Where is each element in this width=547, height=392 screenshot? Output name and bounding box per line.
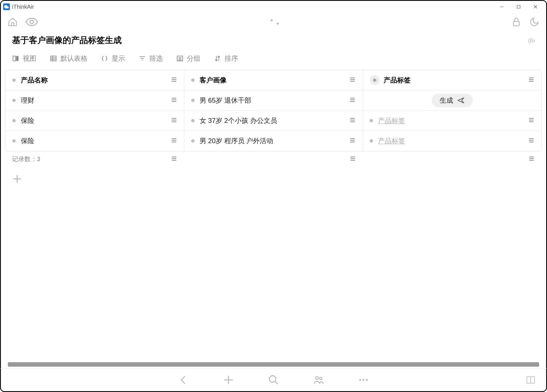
column-menu-icon[interactable] — [171, 76, 177, 84]
table-footer: 记录数：3 — [1, 151, 546, 167]
svg-rect-1 — [517, 5, 520, 8]
bullet-icon — [12, 119, 16, 122]
cell-product[interactable]: 保险 — [6, 131, 184, 151]
add-icon[interactable] — [223, 374, 234, 387]
page-header: 基于客户画像的产品标签生成 ifo — [1, 32, 546, 51]
cell-text: 保险 — [21, 136, 34, 145]
table-row[interactable]: 保险 男 20岁 程序员 户外活动 产品标签 — [6, 131, 541, 151]
cell-placeholder: 产品标签 — [378, 136, 405, 145]
svg-point-69 — [269, 376, 276, 382]
app-toolbar — [1, 13, 546, 32]
display-label: 显示 — [112, 54, 125, 63]
cell-placeholder: 产品标签 — [378, 116, 405, 125]
eye-icon[interactable] — [26, 17, 38, 28]
ai-icon — [370, 75, 380, 85]
cell-text: 男 20岁 程序员 户外活动 — [200, 136, 274, 145]
svg-rect-6 — [13, 56, 15, 61]
column-menu-icon[interactable] — [349, 76, 356, 84]
cell-menu-icon[interactable] — [528, 117, 535, 125]
cell-tag[interactable]: 产品标签 — [363, 131, 541, 151]
cell-profile[interactable]: 男 65岁 退休干部 — [184, 90, 363, 110]
svg-rect-7 — [16, 56, 19, 61]
column-header-tag[interactable]: 产品标签 — [363, 70, 541, 90]
bullet-icon — [191, 139, 195, 143]
cell-menu-icon[interactable] — [349, 96, 356, 104]
cell-menu-icon[interactable] — [171, 117, 177, 125]
display-button[interactable]: 显示 — [101, 54, 125, 63]
cell-menu-icon[interactable] — [171, 137, 177, 145]
page-title: 基于客户画像的产品标签生成 — [12, 35, 122, 46]
swap-icon[interactable] — [270, 18, 280, 27]
footer-menu-icon[interactable] — [528, 155, 535, 163]
footer-menu-icon[interactable] — [349, 155, 356, 163]
cell-text: 理财 — [21, 96, 34, 105]
home-icon[interactable] — [8, 17, 18, 28]
column-header-text: 产品标签 — [384, 76, 411, 85]
table-row[interactable]: 理财 男 65岁 退休干部 生成 — [6, 90, 541, 111]
group-button[interactable]: 分组 — [176, 54, 200, 63]
horizontal-scrollbar[interactable] — [8, 362, 539, 367]
moon-icon[interactable] — [529, 17, 539, 28]
more-icon[interactable] — [358, 374, 369, 387]
group-label: 分组 — [187, 54, 200, 63]
column-header-profile[interactable]: 客户画像 — [184, 70, 363, 90]
app-title: iThinkAir — [12, 4, 34, 10]
minimize-button[interactable] — [493, 1, 510, 13]
generate-button-text: 生成 — [440, 96, 453, 105]
cell-tag[interactable]: 生成 — [363, 90, 541, 110]
svg-rect-5 — [514, 22, 519, 26]
close-button[interactable] — [527, 1, 544, 13]
generate-button[interactable]: 生成 — [432, 94, 473, 107]
view-toolbar: 视图 默认表格 显示 筛选 分组 排序 — [1, 51, 546, 70]
cell-menu-icon[interactable] — [349, 117, 356, 125]
sort-button[interactable]: 排序 — [214, 54, 238, 63]
cell-tag[interactable]: 产品标签 — [363, 111, 541, 130]
table-header-row: 产品名称 客户画像 产品标签 — [6, 70, 541, 90]
maximize-button[interactable] — [510, 1, 527, 13]
bottom-toolbar — [0, 368, 547, 392]
bullet-icon — [12, 78, 16, 82]
titlebar: iThinkAir — [1, 1, 546, 13]
cell-product[interactable]: 理财 — [6, 90, 184, 110]
filter-label: 筛选 — [149, 54, 163, 63]
column-header-product[interactable]: 产品名称 — [6, 70, 184, 90]
default-table-button[interactable]: 默认表格 — [50, 54, 87, 63]
cell-profile[interactable]: 男 20岁 程序员 户外活动 — [184, 131, 363, 151]
lock-icon[interactable] — [511, 17, 521, 28]
people-icon[interactable] — [313, 374, 324, 387]
cell-text: 保险 — [21, 116, 34, 125]
svg-line-70 — [275, 381, 278, 384]
filter-button[interactable]: 筛选 — [139, 54, 163, 63]
bullet-icon — [191, 99, 195, 102]
cell-product[interactable]: 保险 — [6, 111, 184, 130]
column-menu-icon[interactable] — [528, 76, 535, 84]
table-row[interactable]: 保险 女 37岁 2个小孩 办公文员 产品标签 — [6, 111, 541, 131]
cell-menu-icon[interactable] — [349, 137, 356, 145]
column-header-text: 客户画像 — [200, 76, 227, 85]
bullet-icon — [12, 99, 16, 102]
bullet-icon — [12, 139, 16, 143]
cell-text: 男 65岁 退休干部 — [200, 96, 251, 105]
bullet-icon — [191, 119, 195, 122]
bullet-icon — [191, 78, 195, 82]
view-button[interactable]: 视图 — [12, 54, 36, 63]
cell-text: 女 37岁 2个小孩 办公文员 — [200, 116, 277, 125]
svg-point-71 — [316, 377, 318, 379]
svg-point-72 — [320, 377, 322, 379]
cell-profile[interactable]: 女 37岁 2个小孩 办公文员 — [184, 111, 363, 130]
cell-menu-icon[interactable] — [528, 137, 535, 145]
send-icon — [457, 96, 465, 104]
svg-point-75 — [366, 379, 368, 381]
svg-rect-8 — [51, 56, 56, 61]
cell-menu-icon[interactable] — [171, 96, 177, 104]
view-label: 视图 — [23, 54, 36, 63]
add-row-icon[interactable] — [12, 174, 535, 185]
back-icon[interactable] — [178, 374, 189, 387]
svg-point-73 — [359, 379, 361, 381]
record-count-label: 记录数：3 — [12, 155, 40, 163]
panel-icon[interactable] — [526, 375, 536, 386]
footer-menu-icon[interactable] — [171, 155, 177, 163]
svg-point-4 — [30, 20, 34, 24]
search-icon[interactable] — [268, 374, 279, 387]
ifo-label[interactable]: ifo — [528, 37, 535, 44]
